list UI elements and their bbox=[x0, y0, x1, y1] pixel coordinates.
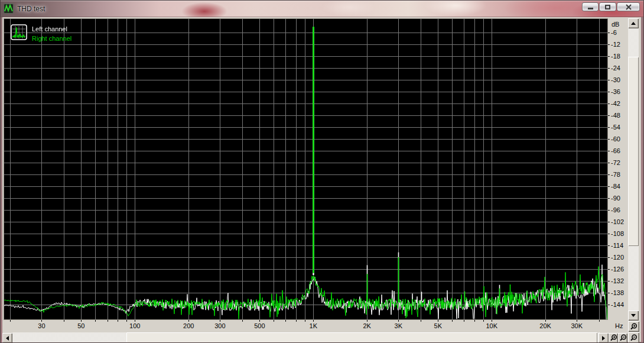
y-tick-label: -54 bbox=[611, 124, 620, 131]
titlebar[interactable]: THD test bbox=[1, 1, 644, 17]
close-icon bbox=[626, 4, 632, 10]
x-tick-mark bbox=[305, 320, 305, 322]
legend-right-channel-label: Right channel bbox=[32, 34, 71, 43]
x-tick-mark bbox=[452, 320, 453, 322]
close-button[interactable] bbox=[617, 2, 640, 11]
x-tick-mark bbox=[545, 320, 546, 322]
y-tick-mark bbox=[608, 33, 610, 33]
y-tick-mark bbox=[608, 198, 610, 199]
y-tick-label: -36 bbox=[611, 88, 620, 95]
legend-spectrum-icon bbox=[11, 24, 27, 40]
x-tick-mark bbox=[118, 320, 118, 322]
maximize-icon bbox=[605, 5, 610, 9]
v-zoom-in-button[interactable] bbox=[628, 321, 639, 332]
y-tick-label: -18 bbox=[611, 53, 620, 60]
y-tick-mark bbox=[608, 186, 610, 187]
y-tick-label: -144 bbox=[611, 301, 624, 308]
x-tick-mark bbox=[259, 320, 260, 322]
x-tick-mark bbox=[421, 320, 421, 322]
y-tick-label: -48 bbox=[611, 112, 620, 119]
x-tick-mark bbox=[492, 320, 492, 322]
y-tick-label: -72 bbox=[611, 159, 620, 166]
x-axis-unit-label: Hz bbox=[615, 322, 623, 329]
y-tick-mark bbox=[608, 127, 610, 128]
x-tick-label: 2K bbox=[363, 322, 370, 329]
y-tick-label: -114 bbox=[611, 242, 623, 249]
y-tick-mark bbox=[608, 293, 610, 293]
y-tick-mark bbox=[608, 115, 610, 116]
y-tick-mark bbox=[608, 245, 610, 246]
x-tick-label: 20K bbox=[539, 322, 551, 329]
scroll-left-button[interactable] bbox=[2, 333, 12, 343]
v-scroll-thumb[interactable] bbox=[628, 57, 639, 246]
x-tick-mark bbox=[313, 320, 314, 322]
x-tick-mark bbox=[81, 320, 82, 322]
spectrum-canvas[interactable] bbox=[4, 19, 607, 319]
maximize-button[interactable] bbox=[599, 2, 616, 11]
x-tick-mark bbox=[135, 320, 135, 322]
x-tick-mark bbox=[483, 320, 484, 322]
y-tick-mark bbox=[608, 56, 610, 57]
plot-frame: Left channel Right channel bbox=[4, 18, 608, 320]
zoom-in-icon bbox=[610, 334, 617, 342]
y-tick-mark bbox=[608, 174, 610, 175]
y-tick-label: -24 bbox=[611, 64, 620, 72]
y-tick-mark bbox=[608, 80, 610, 80]
y-tick-mark bbox=[608, 281, 610, 281]
x-tick-label: 1K bbox=[310, 322, 317, 329]
x-tick-mark bbox=[367, 320, 367, 322]
scroll-up-button[interactable] bbox=[628, 18, 639, 28]
y-axis-unit-label: dB bbox=[612, 21, 619, 28]
y-tick-label: -96 bbox=[611, 206, 620, 213]
legend-left-channel-label: Left channel bbox=[32, 24, 71, 34]
x-tick-mark bbox=[126, 320, 127, 322]
y-tick-mark bbox=[608, 210, 610, 211]
horizontal-scrollbar bbox=[2, 332, 640, 343]
y-tick-label: -126 bbox=[611, 266, 624, 273]
y-tick-label: -30 bbox=[611, 76, 620, 83]
x-tick-mark bbox=[242, 320, 243, 322]
x-tick-label: 3K bbox=[395, 322, 402, 329]
arrow-right-icon bbox=[602, 336, 605, 341]
y-tick-label: -90 bbox=[611, 195, 620, 202]
scroll-down-button[interactable] bbox=[628, 310, 639, 321]
app-window: THD test Left channel Right channel bbox=[0, 0, 644, 343]
x-tick-mark bbox=[285, 320, 286, 322]
x-tick-mark bbox=[464, 320, 464, 322]
y-tick-label: -60 bbox=[611, 135, 620, 143]
app-icon bbox=[4, 4, 14, 14]
x-tick-label: 50 bbox=[77, 322, 84, 329]
h-zoom-in-button[interactable] bbox=[609, 333, 618, 343]
y-tick-mark bbox=[608, 222, 610, 222]
x-tick-mark bbox=[474, 320, 475, 322]
y-tick-label: -6 bbox=[611, 29, 617, 36]
vertical-scrollbar bbox=[628, 18, 639, 321]
y-axis-strip: dB -6-12-18-24-30-36-42-48-54-60-66-72-7… bbox=[608, 19, 628, 320]
y-tick-mark bbox=[608, 151, 610, 151]
y-tick-label: -132 bbox=[611, 277, 624, 284]
x-tick-label: 30 bbox=[38, 322, 45, 329]
y-tick-label: -66 bbox=[611, 147, 620, 154]
x-tick-mark bbox=[296, 320, 297, 322]
window-title: THD test bbox=[17, 5, 45, 13]
arrow-up-icon bbox=[631, 22, 636, 25]
minimize-button[interactable] bbox=[582, 2, 599, 11]
scroll-right-button[interactable] bbox=[599, 333, 609, 343]
x-tick-mark bbox=[188, 320, 189, 322]
y-tick-mark bbox=[608, 305, 610, 305]
client-area: Left channel Right channel bbox=[2, 17, 641, 342]
h-zoom-out-button[interactable] bbox=[618, 333, 627, 343]
arrow-left-icon bbox=[6, 336, 9, 341]
x-tick-label: 500 bbox=[254, 322, 265, 329]
zoom-in-icon bbox=[630, 323, 638, 331]
zoom-out-icon bbox=[619, 334, 627, 342]
minimize-icon bbox=[588, 8, 593, 9]
arrow-down-icon bbox=[631, 314, 636, 317]
x-tick-mark bbox=[398, 320, 399, 322]
y-tick-mark bbox=[608, 257, 610, 258]
x-tick-label: 5K bbox=[434, 322, 442, 329]
y-tick-mark bbox=[608, 139, 610, 140]
h-scroll-thumb[interactable] bbox=[126, 332, 597, 343]
legend: Left channel Right channel bbox=[11, 24, 71, 43]
y-tick-mark bbox=[608, 103, 610, 104]
